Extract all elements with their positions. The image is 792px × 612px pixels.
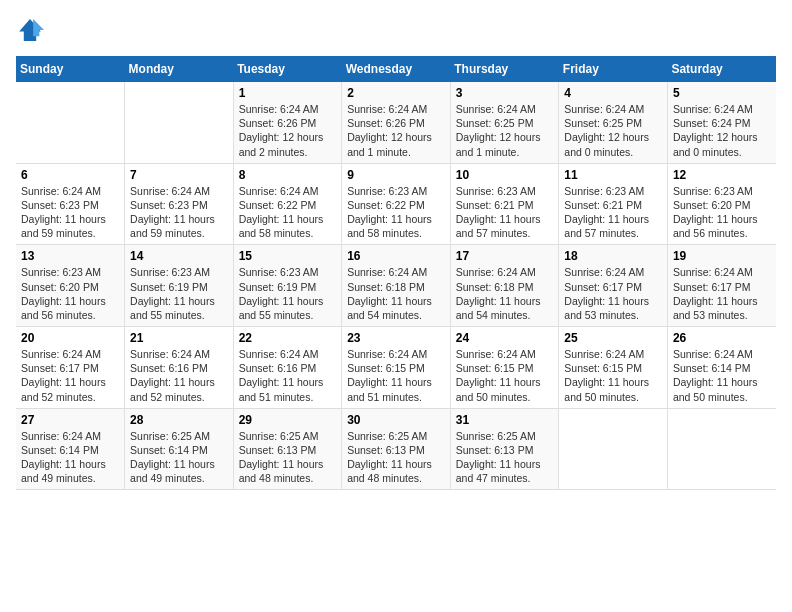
calendar-week-row: 13Sunrise: 6:23 AM Sunset: 6:20 PM Dayli… [16, 245, 776, 327]
day-number: 19 [673, 249, 771, 263]
calendar-cell: 12Sunrise: 6:23 AM Sunset: 6:20 PM Dayli… [667, 163, 776, 245]
day-info: Sunrise: 6:24 AM Sunset: 6:25 PM Dayligh… [456, 102, 554, 159]
calendar-cell: 30Sunrise: 6:25 AM Sunset: 6:13 PM Dayli… [342, 408, 451, 490]
day-number: 4 [564, 86, 662, 100]
day-number: 26 [673, 331, 771, 345]
day-number: 18 [564, 249, 662, 263]
calendar-cell: 21Sunrise: 6:24 AM Sunset: 6:16 PM Dayli… [125, 327, 234, 409]
calendar-cell: 26Sunrise: 6:24 AM Sunset: 6:14 PM Dayli… [667, 327, 776, 409]
calendar-cell: 16Sunrise: 6:24 AM Sunset: 6:18 PM Dayli… [342, 245, 451, 327]
calendar-cell: 25Sunrise: 6:24 AM Sunset: 6:15 PM Dayli… [559, 327, 668, 409]
day-number: 7 [130, 168, 228, 182]
day-number: 3 [456, 86, 554, 100]
day-info: Sunrise: 6:24 AM Sunset: 6:14 PM Dayligh… [673, 347, 771, 404]
col-header-wednesday: Wednesday [342, 56, 451, 82]
day-info: Sunrise: 6:25 AM Sunset: 6:13 PM Dayligh… [456, 429, 554, 486]
calendar-week-row: 27Sunrise: 6:24 AM Sunset: 6:14 PM Dayli… [16, 408, 776, 490]
col-header-friday: Friday [559, 56, 668, 82]
day-info: Sunrise: 6:25 AM Sunset: 6:14 PM Dayligh… [130, 429, 228, 486]
col-header-monday: Monday [125, 56, 234, 82]
day-info: Sunrise: 6:24 AM Sunset: 6:25 PM Dayligh… [564, 102, 662, 159]
day-info: Sunrise: 6:24 AM Sunset: 6:22 PM Dayligh… [239, 184, 337, 241]
calendar-cell: 28Sunrise: 6:25 AM Sunset: 6:14 PM Dayli… [125, 408, 234, 490]
day-number: 17 [456, 249, 554, 263]
calendar-table: SundayMondayTuesdayWednesdayThursdayFrid… [16, 56, 776, 490]
day-number: 6 [21, 168, 119, 182]
day-number: 13 [21, 249, 119, 263]
calendar-cell [559, 408, 668, 490]
day-info: Sunrise: 6:24 AM Sunset: 6:15 PM Dayligh… [456, 347, 554, 404]
day-number: 12 [673, 168, 771, 182]
calendar-cell: 13Sunrise: 6:23 AM Sunset: 6:20 PM Dayli… [16, 245, 125, 327]
calendar-week-row: 20Sunrise: 6:24 AM Sunset: 6:17 PM Dayli… [16, 327, 776, 409]
day-info: Sunrise: 6:23 AM Sunset: 6:19 PM Dayligh… [239, 265, 337, 322]
day-info: Sunrise: 6:24 AM Sunset: 6:17 PM Dayligh… [21, 347, 119, 404]
day-number: 8 [239, 168, 337, 182]
col-header-thursday: Thursday [450, 56, 559, 82]
day-number: 24 [456, 331, 554, 345]
day-info: Sunrise: 6:23 AM Sunset: 6:21 PM Dayligh… [456, 184, 554, 241]
day-number: 14 [130, 249, 228, 263]
calendar-cell: 3Sunrise: 6:24 AM Sunset: 6:25 PM Daylig… [450, 82, 559, 163]
logo-icon [16, 16, 44, 44]
logo [16, 16, 48, 44]
calendar-cell: 9Sunrise: 6:23 AM Sunset: 6:22 PM Daylig… [342, 163, 451, 245]
day-number: 21 [130, 331, 228, 345]
day-number: 5 [673, 86, 771, 100]
day-info: Sunrise: 6:24 AM Sunset: 6:23 PM Dayligh… [130, 184, 228, 241]
calendar-cell: 27Sunrise: 6:24 AM Sunset: 6:14 PM Dayli… [16, 408, 125, 490]
calendar-cell: 19Sunrise: 6:24 AM Sunset: 6:17 PM Dayli… [667, 245, 776, 327]
calendar-cell: 23Sunrise: 6:24 AM Sunset: 6:15 PM Dayli… [342, 327, 451, 409]
calendar-cell [667, 408, 776, 490]
day-info: Sunrise: 6:24 AM Sunset: 6:18 PM Dayligh… [456, 265, 554, 322]
calendar-cell: 8Sunrise: 6:24 AM Sunset: 6:22 PM Daylig… [233, 163, 342, 245]
calendar-cell: 20Sunrise: 6:24 AM Sunset: 6:17 PM Dayli… [16, 327, 125, 409]
day-info: Sunrise: 6:24 AM Sunset: 6:17 PM Dayligh… [564, 265, 662, 322]
day-info: Sunrise: 6:24 AM Sunset: 6:17 PM Dayligh… [673, 265, 771, 322]
calendar-cell: 4Sunrise: 6:24 AM Sunset: 6:25 PM Daylig… [559, 82, 668, 163]
day-info: Sunrise: 6:24 AM Sunset: 6:18 PM Dayligh… [347, 265, 445, 322]
calendar-cell: 1Sunrise: 6:24 AM Sunset: 6:26 PM Daylig… [233, 82, 342, 163]
day-number: 27 [21, 413, 119, 427]
day-info: Sunrise: 6:24 AM Sunset: 6:26 PM Dayligh… [239, 102, 337, 159]
day-number: 25 [564, 331, 662, 345]
day-number: 20 [21, 331, 119, 345]
day-number: 10 [456, 168, 554, 182]
day-info: Sunrise: 6:24 AM Sunset: 6:14 PM Dayligh… [21, 429, 119, 486]
day-info: Sunrise: 6:24 AM Sunset: 6:16 PM Dayligh… [239, 347, 337, 404]
day-info: Sunrise: 6:24 AM Sunset: 6:15 PM Dayligh… [347, 347, 445, 404]
day-info: Sunrise: 6:23 AM Sunset: 6:21 PM Dayligh… [564, 184, 662, 241]
day-info: Sunrise: 6:24 AM Sunset: 6:16 PM Dayligh… [130, 347, 228, 404]
col-header-tuesday: Tuesday [233, 56, 342, 82]
day-number: 1 [239, 86, 337, 100]
day-number: 11 [564, 168, 662, 182]
day-info: Sunrise: 6:24 AM Sunset: 6:15 PM Dayligh… [564, 347, 662, 404]
day-number: 9 [347, 168, 445, 182]
day-info: Sunrise: 6:23 AM Sunset: 6:20 PM Dayligh… [21, 265, 119, 322]
day-number: 15 [239, 249, 337, 263]
calendar-cell: 22Sunrise: 6:24 AM Sunset: 6:16 PM Dayli… [233, 327, 342, 409]
calendar-cell: 14Sunrise: 6:23 AM Sunset: 6:19 PM Dayli… [125, 245, 234, 327]
calendar-cell: 24Sunrise: 6:24 AM Sunset: 6:15 PM Dayli… [450, 327, 559, 409]
day-number: 31 [456, 413, 554, 427]
calendar-cell: 2Sunrise: 6:24 AM Sunset: 6:26 PM Daylig… [342, 82, 451, 163]
day-number: 22 [239, 331, 337, 345]
calendar-week-row: 6Sunrise: 6:24 AM Sunset: 6:23 PM Daylig… [16, 163, 776, 245]
calendar-header-row: SundayMondayTuesdayWednesdayThursdayFrid… [16, 56, 776, 82]
day-number: 16 [347, 249, 445, 263]
day-info: Sunrise: 6:24 AM Sunset: 6:23 PM Dayligh… [21, 184, 119, 241]
day-info: Sunrise: 6:24 AM Sunset: 6:24 PM Dayligh… [673, 102, 771, 159]
calendar-cell: 29Sunrise: 6:25 AM Sunset: 6:13 PM Dayli… [233, 408, 342, 490]
day-number: 23 [347, 331, 445, 345]
calendar-cell: 31Sunrise: 6:25 AM Sunset: 6:13 PM Dayli… [450, 408, 559, 490]
day-info: Sunrise: 6:23 AM Sunset: 6:22 PM Dayligh… [347, 184, 445, 241]
day-info: Sunrise: 6:24 AM Sunset: 6:26 PM Dayligh… [347, 102, 445, 159]
calendar-week-row: 1Sunrise: 6:24 AM Sunset: 6:26 PM Daylig… [16, 82, 776, 163]
calendar-cell: 6Sunrise: 6:24 AM Sunset: 6:23 PM Daylig… [16, 163, 125, 245]
calendar-cell: 17Sunrise: 6:24 AM Sunset: 6:18 PM Dayli… [450, 245, 559, 327]
day-number: 2 [347, 86, 445, 100]
day-number: 30 [347, 413, 445, 427]
col-header-saturday: Saturday [667, 56, 776, 82]
page-header [16, 16, 776, 44]
calendar-cell: 7Sunrise: 6:24 AM Sunset: 6:23 PM Daylig… [125, 163, 234, 245]
